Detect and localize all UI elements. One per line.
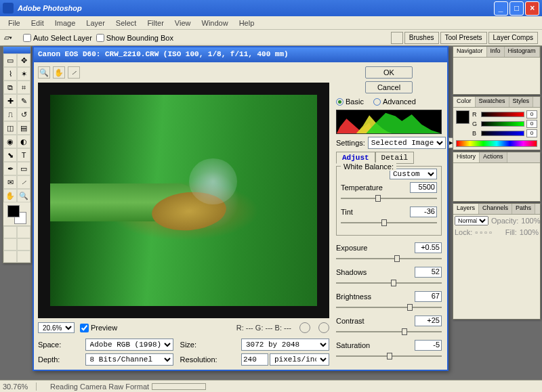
tab-actions[interactable]: Actions: [480, 152, 507, 162]
b-value[interactable]: 0: [526, 129, 537, 137]
gradient-tool-icon[interactable]: ▤: [17, 121, 30, 135]
move-tool-icon[interactable]: ▱▾: [4, 33, 19, 42]
temperature-slider[interactable]: [341, 194, 437, 202]
raw-wb-icon[interactable]: ⟋: [68, 66, 80, 79]
history-brush-icon[interactable]: ↺: [17, 108, 30, 121]
b-slider[interactable]: [481, 131, 524, 136]
tab-histogram[interactable]: Histogram: [505, 47, 540, 57]
r-slider[interactable]: [481, 112, 524, 117]
toolbox-header[interactable]: [3, 47, 30, 53]
crop-tool-icon[interactable]: ⧉: [3, 81, 17, 94]
marquee-tool-icon[interactable]: ▭: [3, 53, 17, 67]
menu-view[interactable]: View: [169, 18, 196, 28]
stamp-tool-icon[interactable]: ⎍: [3, 108, 17, 121]
rotate-ccw-button[interactable]: [299, 322, 310, 333]
shadows-slider[interactable]: [336, 279, 442, 287]
saturation-value[interactable]: -5: [415, 340, 442, 351]
ok-button[interactable]: OK: [365, 66, 413, 79]
blur-tool-icon[interactable]: ◉: [3, 135, 17, 148]
close-button[interactable]: ×: [525, 1, 539, 16]
eyedropper-tool-icon[interactable]: ⟋: [17, 175, 30, 189]
wand-tool-icon[interactable]: ✶: [17, 67, 30, 81]
resolution-input[interactable]: [241, 353, 268, 366]
exposure-value[interactable]: +0.55: [415, 242, 442, 253]
palette-well-icon[interactable]: [391, 32, 403, 44]
brushes-button[interactable]: Brushes: [404, 32, 439, 44]
resolution-unit-select[interactable]: pixels/inch: [270, 353, 329, 366]
screen-mode-2-icon[interactable]: [17, 238, 30, 251]
zoom-tool-icon[interactable]: 🔍: [17, 189, 30, 202]
shape-tool-icon[interactable]: ▭: [17, 162, 30, 175]
lock-icons[interactable]: ▫▫▫▫: [475, 228, 494, 236]
spectrum-bar[interactable]: [456, 140, 537, 147]
settings-select[interactable]: Selected Image: [368, 137, 446, 149]
tab-styles[interactable]: Styles: [509, 97, 534, 107]
maximize-button[interactable]: □: [509, 1, 524, 16]
raw-hand-icon[interactable]: ✋: [53, 66, 65, 79]
brush-tool-icon[interactable]: ✎: [17, 94, 30, 108]
tab-info[interactable]: Info: [487, 47, 505, 57]
tool-presets-button[interactable]: Tool Presets: [440, 32, 487, 44]
tab-color[interactable]: Color: [453, 97, 476, 107]
rotate-cw-button[interactable]: [318, 322, 329, 333]
heal-tool-icon[interactable]: ✚: [3, 94, 17, 108]
depth-select[interactable]: 8 Bits/Channel: [85, 353, 173, 366]
menu-edit[interactable]: Edit: [26, 18, 49, 28]
blend-mode-select[interactable]: Normal: [455, 216, 488, 225]
color-swatch[interactable]: [3, 202, 30, 225]
hand-tool-icon[interactable]: ✋: [3, 189, 17, 202]
lasso-tool-icon[interactable]: ⌇: [3, 67, 17, 81]
menu-image[interactable]: Image: [49, 18, 81, 28]
status-zoom[interactable]: 30.76%: [3, 383, 37, 391]
layer-comps-button[interactable]: Layer Comps: [488, 32, 538, 44]
notes-tool-icon[interactable]: ✉: [3, 175, 17, 189]
shadows-value[interactable]: 52: [415, 267, 442, 278]
white-balance-select[interactable]: Custom: [390, 169, 437, 179]
menu-file[interactable]: File: [3, 18, 26, 28]
exposure-slider[interactable]: [336, 255, 442, 263]
menu-help[interactable]: Help: [234, 18, 260, 28]
eraser-tool-icon[interactable]: ◫: [3, 121, 17, 135]
dodge-tool-icon[interactable]: ◐: [17, 135, 30, 148]
g-value[interactable]: 0: [526, 120, 537, 128]
quickmask-mode-icon[interactable]: [17, 226, 30, 238]
menu-window[interactable]: Window: [196, 18, 234, 28]
tab-history[interactable]: History: [453, 152, 480, 162]
screen-mode-3-icon[interactable]: [3, 251, 17, 263]
path-tool-icon[interactable]: ⬊: [3, 148, 17, 162]
r-value[interactable]: 0: [526, 110, 537, 118]
cancel-button[interactable]: Cancel: [365, 81, 413, 93]
zoom-select[interactable]: 20.6%: [38, 322, 75, 333]
contrast-value[interactable]: +25: [415, 315, 442, 326]
tint-value[interactable]: -36: [410, 206, 437, 217]
menu-layer[interactable]: Layer: [81, 18, 110, 28]
tab-layers[interactable]: Layers: [453, 204, 479, 214]
show-bounding-box-checkbox[interactable]: Show Bounding Box: [96, 34, 173, 42]
foreground-color[interactable]: [7, 205, 20, 217]
auto-select-layer-checkbox[interactable]: Auto Select Layer: [23, 34, 92, 42]
slice-tool-icon[interactable]: ⌗: [17, 81, 30, 94]
screen-mode-1-icon[interactable]: [3, 238, 17, 251]
opacity-value[interactable]: 100%: [521, 217, 540, 225]
advanced-radio[interactable]: Advanced: [373, 97, 416, 106]
raw-zoom-icon[interactable]: 🔍: [38, 66, 50, 79]
brightness-value[interactable]: 67: [415, 291, 442, 302]
preview-image[interactable]: [38, 83, 329, 318]
preview-checkbox[interactable]: Preview: [80, 324, 117, 332]
basic-radio[interactable]: Basic: [336, 97, 364, 106]
tab-navigator[interactable]: Navigator: [453, 47, 487, 57]
color-fg-swatch[interactable]: [456, 110, 470, 124]
pen-tool-icon[interactable]: ✒: [3, 162, 17, 175]
g-slider[interactable]: [481, 121, 524, 127]
move-tool-icon[interactable]: ✥: [17, 53, 30, 67]
type-tool-icon[interactable]: T: [17, 148, 30, 162]
tab-paths[interactable]: Paths: [512, 204, 535, 214]
tab-channels[interactable]: Channels: [479, 204, 512, 214]
temperature-value[interactable]: 5500: [410, 182, 437, 193]
tab-swatches[interactable]: Swatches: [476, 97, 509, 107]
contrast-slider[interactable]: [336, 328, 442, 336]
size-select[interactable]: 3072 by 2048: [241, 339, 329, 351]
tint-slider[interactable]: [341, 219, 437, 227]
menu-filter[interactable]: Filter: [142, 18, 169, 28]
fill-value[interactable]: 100%: [520, 228, 539, 236]
